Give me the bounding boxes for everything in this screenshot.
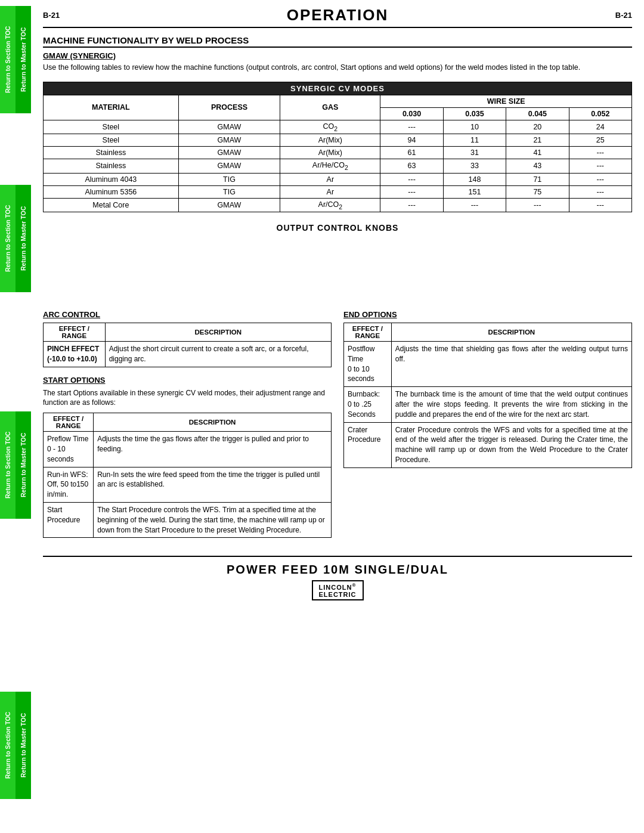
main-content: B-21 OPERATION B-21 MACHINE FUNCTIONALIT…	[31, 0, 644, 612]
synergic-table-row: SteelGMAWAr(Mix)94112125	[44, 134, 632, 147]
lincoln-logo: LINCOLN® ELECTRIC	[312, 580, 364, 600]
left-column: ARC CONTROL EFFECT / RANGE DESCRIPTION P…	[43, 310, 332, 544]
synergic-table-row: StainlessGMAWAr(Mix)613141---	[44, 147, 632, 159]
arc-control-title: ARC CONTROL	[43, 310, 332, 319]
return-to-section-toc-4[interactable]: Return to Section TOC	[0, 692, 16, 799]
col-process: PROCESS	[178, 95, 280, 120]
arc-control-table: EFFECT / RANGE DESCRIPTION PINCH EFFECT …	[43, 323, 332, 367]
start-options-row: Preflow Time 0 - 10 secondsAdjusts the t…	[44, 432, 332, 467]
start-options-title: START OPTIONS	[43, 376, 332, 385]
start-options-row: Run-in WFS: Off, 50 to150 in/min.Run-In …	[44, 467, 332, 502]
end-col2: DESCRIPTION	[391, 323, 631, 342]
return-to-master-toc-1[interactable]: Return to Master TOC	[16, 6, 31, 113]
synergic-table-row: StainlessGMAWAr/He/CO2633343---	[44, 159, 632, 174]
start-col1: EFFECT / RANGE	[44, 413, 94, 432]
right-column: END OPTIONS EFFECT / RANGE DESCRIPTION P…	[343, 310, 632, 544]
end-options-table: EFFECT / RANGE DESCRIPTION Postflow Time…	[343, 323, 632, 468]
start-options-intro: The start Options available in these syn…	[43, 388, 332, 408]
side-navigation: Return to Section TOC Return to Master T…	[0, 0, 31, 833]
output-control-knobs-title: OUTPUT CONTROL KNOBS	[43, 223, 632, 233]
arc-end-section: ARC CONTROL EFFECT / RANGE DESCRIPTION P…	[43, 310, 632, 544]
footer-title: POWER FEED 10M SINGLE/DUAL	[43, 563, 632, 577]
synergic-table-row: Aluminum 4043TIGAr---14871---	[44, 173, 632, 185]
page-header: B-21 OPERATION B-21	[43, 6, 632, 28]
col-wire-size: WIRE SIZE	[380, 95, 632, 107]
synergic-table-row: Metal CoreGMAWAr/CO2------------	[44, 198, 632, 212]
end-col1: EFFECT / RANGE	[344, 323, 392, 342]
start-options-table: EFFECT / RANGE DESCRIPTION Preflow Time …	[43, 413, 332, 538]
return-to-master-toc-4[interactable]: Return to Master TOC	[16, 692, 31, 799]
start-col2: DESCRIPTION	[94, 413, 332, 432]
end-options-row: Postflow Time 0 to 10 secondsAdjusts the…	[344, 342, 632, 387]
output-control-diagram-area	[43, 239, 632, 310]
side-nav-group-3: Return to Section TOC Return to Master T…	[0, 411, 31, 519]
end-options-title: END OPTIONS	[343, 310, 632, 319]
arc-col2: DESCRIPTION	[105, 323, 331, 342]
arc-control-row: PINCH EFFECT (-10.0 to +10.0)Adjust the …	[44, 342, 332, 367]
intro-text: Use the following tables to review how t…	[43, 63, 632, 73]
synergic-table-row: SteelGMAWCO2---102024	[44, 120, 632, 134]
synergic-table-title: SYNERGIC CV MODES	[44, 82, 632, 95]
page-footer: POWER FEED 10M SINGLE/DUAL LINCOLN® ELEC…	[43, 556, 632, 600]
side-nav-group-1: Return to Section TOC Return to Master T…	[0, 6, 31, 113]
arc-col1: EFFECT / RANGE	[44, 323, 106, 342]
page-title: OPERATION	[60, 6, 615, 24]
logo-line1: LINCOLN	[319, 584, 352, 591]
start-options-section: START OPTIONS The start Options availabl…	[43, 376, 332, 538]
page-number-right: B-21	[615, 11, 632, 20]
logo-line2: ELECTRIC	[319, 591, 357, 598]
return-to-section-toc-2[interactable]: Return to Section TOC	[0, 185, 16, 292]
wire-052: 0.052	[569, 107, 631, 120]
section-heading: MACHINE FUNCTIONALITY BY WELD PROCESS	[43, 35, 632, 48]
side-nav-group-2: Return to Section TOC Return to Master T…	[0, 185, 31, 292]
col-gas: GAS	[280, 95, 380, 120]
page-number-left: B-21	[43, 11, 60, 20]
return-to-section-toc-3[interactable]: Return to Section TOC	[0, 411, 16, 519]
col-material: MATERIAL	[44, 95, 179, 120]
side-nav-group-4: Return to Section TOC Return to Master T…	[0, 692, 31, 799]
return-to-master-toc-3[interactable]: Return to Master TOC	[16, 411, 31, 519]
start-options-row: Start ProcedureThe Start Procedure contr…	[44, 502, 332, 537]
wire-035: 0.035	[443, 107, 506, 120]
synergic-cv-modes-table: SYNERGIC CV MODES MATERIAL PROCESS GAS W…	[43, 82, 632, 213]
return-to-section-toc-1[interactable]: Return to Section TOC	[0, 6, 16, 113]
synergic-table-row: Aluminum 5356TIGAr---15175---	[44, 185, 632, 198]
end-options-row: Crater ProcedureCrater Procedure control…	[344, 422, 632, 467]
logo-reg: ®	[352, 583, 356, 588]
wire-030: 0.030	[380, 107, 443, 120]
wire-045: 0.045	[506, 107, 569, 120]
end-options-row: Burnback: 0 to .25 SecondsThe burnback t…	[344, 387, 632, 422]
return-to-master-toc-2[interactable]: Return to Master TOC	[16, 185, 31, 292]
sub-heading: GMAW (SYNERGIC)	[43, 51, 632, 60]
